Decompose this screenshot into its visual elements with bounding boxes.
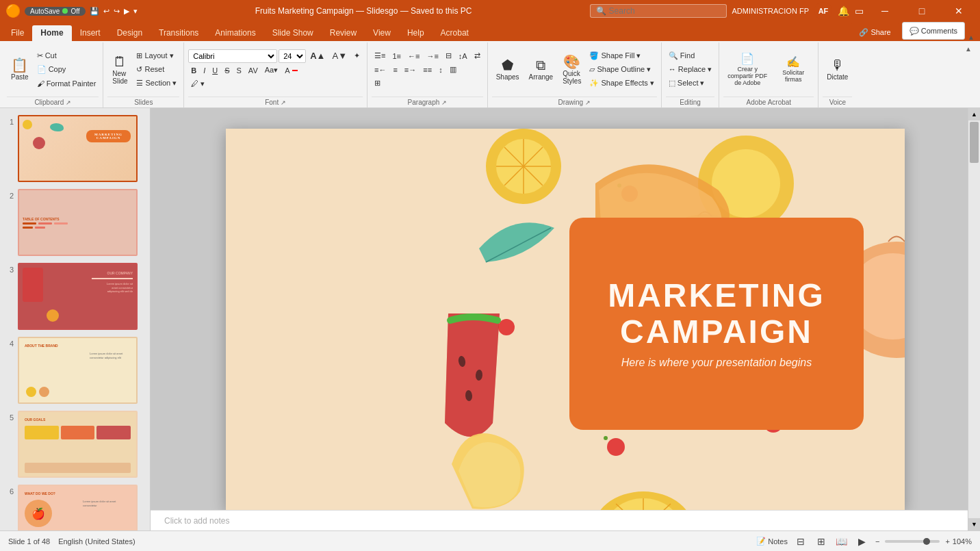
search-input[interactable]: [609, 6, 705, 16]
align-left-button[interactable]: ≡←: [372, 64, 389, 76]
vertical-scrollbar[interactable]: ▲ ▼: [968, 108, 980, 530]
find-button[interactable]: 🔍 Find: [666, 50, 714, 62]
maximize-button[interactable]: □: [906, 0, 938, 22]
slide-thumb-4[interactable]: 4 ABOUT THE BRAND Lorem ipsum dolor sit …: [3, 335, 147, 405]
line-spacing-button[interactable]: ↕: [436, 64, 446, 76]
smart-art-button[interactable]: ⊞: [372, 77, 383, 90]
reading-view-button[interactable]: 📖: [834, 534, 849, 549]
copy-button[interactable]: 📄 Copy: [34, 64, 99, 76]
replace-button[interactable]: ↔ Replace ▾: [666, 64, 714, 76]
customize-qat-button[interactable]: ▾: [133, 7, 138, 16]
bold-button[interactable]: B: [188, 64, 199, 77]
request-signatures-button[interactable]: ✍ Solicitar firmas: [773, 50, 814, 90]
global-search[interactable]: 🔍: [590, 4, 727, 18]
spacing-button[interactable]: AV: [246, 64, 261, 77]
dictate-button[interactable]: 🎙 Dictate: [823, 50, 852, 90]
redo-button[interactable]: ↪: [114, 7, 120, 16]
cut-button[interactable]: ✂ Cut: [34, 50, 99, 62]
slide-image-3[interactable]: OUR COMPANY Lorem ipsum dolor sitamet co…: [18, 263, 138, 330]
tab-file[interactable]: File: [3, 25, 32, 41]
slide-image-6[interactable]: WHAT DO WE DO? 🍎 Lorem ipsum dolor sit a…: [18, 485, 138, 530]
ribbon-display-icon[interactable]: ▭: [855, 5, 864, 16]
case-button[interactable]: Aa▾: [262, 64, 281, 77]
slide-sorter-button[interactable]: ⊞: [814, 534, 829, 549]
normal-view-button[interactable]: ⊟: [793, 534, 808, 549]
justify-button[interactable]: ≡≡: [420, 64, 435, 76]
tab-slideshow[interactable]: Slide Show: [264, 25, 322, 41]
shape-effects-button[interactable]: ✨ Shape Effects ▾: [586, 77, 656, 90]
tab-design[interactable]: Design: [109, 25, 151, 41]
font-color-button[interactable]: A: [282, 64, 300, 77]
shadow-button[interactable]: S: [234, 64, 244, 77]
shapes-button[interactable]: ⬟ Shapes: [492, 50, 524, 90]
new-slide-button[interactable]: 🗒 NewSlide: [107, 50, 132, 90]
ribbon-collapse-button[interactable]: ▲: [965, 34, 977, 41]
tab-acrobat[interactable]: Acrobat: [433, 25, 477, 41]
tab-insert[interactable]: Insert: [72, 25, 109, 41]
text-direction-button[interactable]: ↕A: [456, 50, 470, 62]
tab-home[interactable]: Home: [32, 25, 71, 41]
section-button[interactable]: ☰ Section ▾: [133, 77, 179, 90]
underline-button[interactable]: U: [209, 64, 220, 77]
present-button[interactable]: ▶: [124, 7, 129, 16]
scroll-thumb[interactable]: [970, 122, 979, 163]
minimize-button[interactable]: ─: [869, 0, 901, 22]
scroll-track[interactable]: [968, 120, 980, 518]
user-avatar[interactable]: AF: [814, 2, 832, 20]
tab-review[interactable]: Review: [322, 25, 365, 41]
slide-thumb-2[interactable]: 2 TABLE OF CONTENTS: [3, 188, 147, 257]
zoom-in-button[interactable]: +: [945, 537, 949, 546]
tab-help[interactable]: Help: [399, 25, 433, 41]
format-painter-button[interactable]: 🖌 Format Painter: [34, 77, 99, 90]
reset-button[interactable]: ↺ Reset: [133, 64, 179, 76]
font-size-select[interactable]: 24: [279, 49, 306, 63]
font-name-select[interactable]: Calibri: [188, 49, 277, 63]
share-button[interactable]: 🔗 Share: [851, 23, 899, 41]
numbering-button[interactable]: 1≡: [389, 50, 404, 62]
convert-button[interactable]: ⇄: [472, 50, 483, 62]
arrange-button[interactable]: ⧉ Arrange: [525, 50, 558, 90]
slide-image-1[interactable]: MARKETINGCAMPAIGN: [18, 115, 138, 182]
slide-thumb-6[interactable]: 6 WHAT DO WE DO? 🍎 Lorem ipsum dolor sit…: [3, 483, 147, 530]
scroll-up-button[interactable]: ▲: [968, 108, 980, 120]
slide-image-5[interactable]: OUR GOALS: [18, 411, 138, 478]
increase-font-button[interactable]: A▲: [307, 50, 328, 62]
clear-formatting-button[interactable]: ✦: [351, 50, 363, 62]
slide-image-4[interactable]: ABOUT THE BRAND Lorem ipsum dolor sit am…: [18, 337, 138, 404]
tab-animations[interactable]: Animations: [207, 25, 263, 41]
paste-button[interactable]: 📋 Paste: [7, 50, 33, 90]
increase-indent-button[interactable]: →≡: [424, 50, 441, 62]
slide-thumb-3[interactable]: 3 OUR COMPANY Lorem ipsum dolor sitamet …: [3, 261, 147, 331]
notes-area[interactable]: Click to add notes: [151, 510, 968, 530]
zoom-slider[interactable]: [885, 540, 940, 543]
slide-image-2[interactable]: TABLE OF CONTENTS: [18, 189, 138, 256]
scroll-down-button[interactable]: ▼: [968, 518, 980, 530]
bullets-button[interactable]: ☰≡: [372, 50, 388, 62]
create-pdf-button[interactable]: 📄 Crear y compartir PDF de Adobe: [723, 50, 771, 90]
zoom-out-button[interactable]: −: [875, 537, 879, 546]
select-button[interactable]: ⬚ Select ▾: [666, 77, 714, 90]
align-center-button[interactable]: ≡: [390, 64, 400, 76]
tab-transitions[interactable]: Transitions: [151, 25, 207, 41]
notifications-icon[interactable]: 🔔: [838, 5, 849, 16]
tab-view[interactable]: View: [365, 25, 399, 41]
autosave-badge[interactable]: AutoSave Off: [25, 7, 86, 16]
zoom-thumb[interactable]: [923, 538, 930, 545]
undo-button[interactable]: ↩: [103, 7, 109, 16]
ribbon-expand-icon[interactable]: ▲: [965, 42, 977, 107]
shape-fill-button[interactable]: 🪣 Shape Fill ▾: [586, 50, 656, 62]
strikethrough-button[interactable]: S: [222, 64, 232, 77]
close-button[interactable]: ✕: [943, 0, 975, 22]
decrease-indent-button[interactable]: ←≡: [405, 50, 422, 62]
columns2-button[interactable]: ▥: [447, 64, 459, 76]
slide-thumb-5[interactable]: 5 OUR GOALS: [3, 409, 147, 479]
notes-button[interactable]: 📝 Notes: [756, 537, 788, 546]
highlight-button[interactable]: 🖊 ▾: [188, 78, 207, 90]
align-right-button[interactable]: ≡→: [402, 64, 419, 76]
presenter-view-button[interactable]: ▶: [855, 534, 870, 549]
slide-thumb-1[interactable]: 1 MARKETINGCAMPAIGN: [3, 114, 147, 183]
layout-button[interactable]: ⊞ Layout ▾: [133, 50, 179, 62]
save-button[interactable]: 💾: [90, 7, 99, 16]
italic-button[interactable]: I: [201, 64, 208, 77]
shape-outline-button[interactable]: ▱ Shape Outline ▾: [586, 64, 656, 76]
